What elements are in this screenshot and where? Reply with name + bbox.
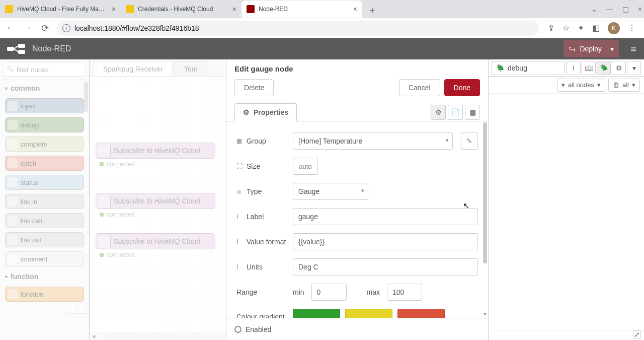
tab-favicon xyxy=(126,5,134,13)
dialog-tab-settings-icon[interactable]: ⚙ xyxy=(431,105,446,120)
debug-filter-dropdown[interactable]: ▾ all nodes ▾ xyxy=(557,79,605,92)
palette-scrollbar[interactable] xyxy=(84,82,88,328)
palette-category-common[interactable]: common xyxy=(0,80,89,96)
dialog-tab-appearance-icon[interactable]: ▦ xyxy=(465,105,480,120)
scroll-left-icon[interactable]: ◀ xyxy=(90,333,98,339)
range-label: Range xyxy=(236,288,257,296)
forward-icon: → xyxy=(22,23,33,33)
dialog-tab-properties[interactable]: ⚙ Properties xyxy=(234,103,297,121)
close-icon[interactable]: × xyxy=(112,5,116,13)
palette-footer: ˄ ˅ xyxy=(0,304,89,315)
sidebar-help-icon[interactable]: 📖 xyxy=(582,61,596,75)
enabled-label: Enabled xyxy=(246,325,271,333)
dialog-scrollbar[interactable] xyxy=(483,122,487,263)
sidepanel-icon[interactable]: ◧ xyxy=(592,23,600,33)
flow-node-status: connected xyxy=(100,251,134,258)
back-icon[interactable]: ← xyxy=(5,23,16,33)
browser-tab-2[interactable]: Node-RED × xyxy=(242,1,362,18)
workspace-tab-0[interactable]: Sparkpug Receiver xyxy=(94,61,173,76)
delete-button[interactable]: Delete xyxy=(234,79,274,96)
flow-node[interactable]: Subscribe to HiveMQ Cloud xyxy=(96,233,215,249)
debug-clear-dropdown[interactable]: 🗑 all ▾ xyxy=(608,79,640,92)
palette-filter-input[interactable] xyxy=(3,62,86,77)
svg-rect-1 xyxy=(18,44,25,48)
tab-favicon xyxy=(247,5,255,13)
window-controls: ⌄ — ▢ × xyxy=(591,0,642,18)
sidebar-tab-debug[interactable]: 🪲 debug xyxy=(492,61,565,75)
palette-node-inject[interactable]: inject xyxy=(5,98,84,113)
gradient-color-3[interactable] xyxy=(397,309,445,318)
sidebar-info-icon[interactable]: i xyxy=(567,61,581,75)
maximize-icon[interactable]: ▢ xyxy=(622,5,629,13)
url-text: localhost:1880/#flow/2e328fb2f4916b18 xyxy=(74,24,199,32)
palette-collapse-up-icon[interactable]: ˄ xyxy=(68,306,76,314)
sidebar-debug-icon[interactable]: 🪲 xyxy=(597,61,611,75)
tab-title: Credentials - HiveMQ Cloud xyxy=(138,6,228,13)
bookmark-icon[interactable]: ☆ xyxy=(562,23,570,33)
sidebar-expand-icon[interactable]: ⤢ xyxy=(633,330,641,338)
units-input[interactable] xyxy=(293,258,478,276)
palette-node-linkin[interactable]: link in xyxy=(5,194,84,209)
range-min-input[interactable] xyxy=(311,284,347,301)
palette-node-debug[interactable]: debug xyxy=(5,117,84,132)
browser-toolbar: ← → ⟳ i localhost:1880/#flow/2e328fb2f49… xyxy=(0,18,644,38)
palette-category-function[interactable]: function xyxy=(0,268,89,285)
scroll-down-icon[interactable]: ▼ xyxy=(482,311,488,317)
text-cursor-icon: I xyxy=(236,238,244,245)
palette-node-catch[interactable]: catch xyxy=(5,156,84,171)
new-tab-button[interactable]: + xyxy=(365,4,379,18)
deploy-button[interactable]: ⮑ Deploy ▾ xyxy=(564,40,619,57)
workspace-tab-1[interactable]: Tem xyxy=(175,61,207,76)
menu-icon[interactable]: ⋮ xyxy=(628,23,636,33)
flow-node-status: connected xyxy=(100,211,134,218)
deploy-caret-icon[interactable]: ▾ xyxy=(606,45,614,53)
size-label: Size xyxy=(247,162,260,170)
palette-node-comment[interactable]: comment xyxy=(5,251,84,266)
main-menu-button[interactable]: ≡ xyxy=(623,43,644,55)
done-button[interactable]: Done xyxy=(444,79,480,96)
range-max-input[interactable] xyxy=(387,284,422,301)
extensions-icon[interactable]: ✦ xyxy=(578,23,584,33)
flow-node[interactable]: Subscribe to HiveMQ Cloud xyxy=(96,193,215,209)
gradient-color-2[interactable] xyxy=(345,309,392,318)
palette-node-linkcall[interactable]: link call xyxy=(5,213,84,228)
palette-node-function[interactable]: function xyxy=(5,287,84,302)
size-button[interactable]: auto xyxy=(293,158,318,175)
site-info-icon[interactable]: i xyxy=(62,24,70,32)
sidebar-caret-icon[interactable]: ▾ xyxy=(627,61,641,75)
edit-group-button[interactable]: ✎ xyxy=(461,132,478,150)
svg-rect-0 xyxy=(7,47,14,51)
close-icon[interactable]: × xyxy=(232,5,236,13)
browser-tab-1[interactable]: Credentials - HiveMQ Cloud × xyxy=(121,1,242,18)
size-icon: ⛶ xyxy=(236,163,244,170)
valueformat-label: Value format xyxy=(247,238,286,246)
close-window-icon[interactable]: × xyxy=(638,5,642,13)
address-bar[interactable]: i localhost:1880/#flow/2e328fb2f4916b18 xyxy=(56,21,539,36)
profile-avatar[interactable]: K xyxy=(608,22,620,34)
cancel-button[interactable]: Cancel xyxy=(399,79,440,96)
palette-node-complete[interactable]: complete xyxy=(5,137,84,152)
dialog-tab-description-icon[interactable]: 📄 xyxy=(448,105,463,120)
browser-tab-0[interactable]: HiveMQ Cloud - Free Fully Man… × xyxy=(0,1,121,18)
minimize-icon[interactable]: — xyxy=(606,5,613,13)
enabled-toggle[interactable] xyxy=(234,326,242,333)
palette: common inject debug complete catch statu… xyxy=(0,59,90,340)
share-icon[interactable]: ⇪ xyxy=(548,23,554,33)
gradient-label: Colour gradient xyxy=(236,313,285,318)
sidebar-config-icon[interactable]: ⚙ xyxy=(612,61,626,75)
trash-icon: 🗑 xyxy=(613,81,619,89)
browser-tabbar: HiveMQ Cloud - Free Fully Man… × Credent… xyxy=(0,0,644,18)
label-input[interactable] xyxy=(293,208,478,225)
valueformat-input[interactable] xyxy=(293,233,478,250)
type-select[interactable]: Gauge xyxy=(293,183,368,200)
flow-node[interactable]: Subscribe to HiveMQ Cloud xyxy=(96,143,215,159)
gradient-color-1[interactable] xyxy=(293,309,340,318)
close-icon[interactable]: × xyxy=(353,5,357,13)
group-select[interactable]: [Home] Temperature xyxy=(293,132,453,150)
list-icon: ≣ xyxy=(236,188,244,195)
reload-icon[interactable]: ⟳ xyxy=(39,23,50,34)
palette-node-linkout[interactable]: link out xyxy=(5,232,84,247)
flow-node-status: connected xyxy=(100,161,134,168)
palette-node-status[interactable]: status xyxy=(5,175,84,190)
chevron-down-icon[interactable]: ⌄ xyxy=(591,5,597,13)
